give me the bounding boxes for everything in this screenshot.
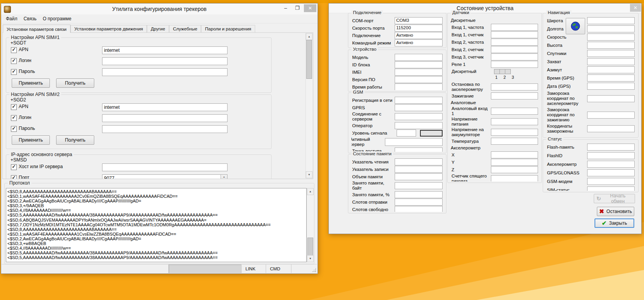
checkbox[interactable]: [11, 175, 17, 179]
start-exchange-button[interactable]: ↻ Начать обмен: [594, 194, 635, 203]
status-row: Уровень сигнала: [351, 130, 443, 137]
group-apn-sim2: Настройки APN SIM#2 +SGD2 APNinternetЛог…: [6, 94, 272, 149]
text-input[interactable]: [102, 125, 228, 133]
minimize-button[interactable]: –: [281, 4, 291, 12]
config-row: Пароль: [6, 125, 271, 136]
value-field: [587, 58, 635, 65]
tab-1[interactable]: Установки параметров движения: [71, 25, 147, 32]
get-button[interactable]: Получить: [56, 78, 94, 88]
status-row: GPS/GLONASS: [546, 169, 635, 176]
status-row: Время работы: [351, 83, 443, 90]
group-apn-sim1: Настройки APN SIM#1 +SGDT APNinternetЛог…: [6, 37, 272, 93]
protocol-log[interactable]: <$SD,8,AAAAAAAAAAAAAAAAAAAAAAAABAAAAAA==…: [6, 188, 307, 262]
value-field: [395, 191, 443, 198]
log-line: <$SD,5,AAAAAAAAAAD/fwAAAAAAAAAA/38AAAAAA…: [7, 255, 305, 260]
checkbox[interactable]: [11, 126, 17, 132]
group-navigation: Навигация ШиротаДолготаСкоростьВысотаСпу…: [543, 13, 639, 138]
scrollbar-thumb[interactable]: [306, 40, 312, 79]
field-label: Дискретный: [451, 69, 492, 74]
text-input[interactable]: 9077▲▼: [102, 174, 228, 179]
scrollbar-thumb[interactable]: [307, 238, 313, 256]
status-row: Захват: [546, 58, 635, 65]
scroll-up-icon[interactable]: ▲: [307, 188, 314, 195]
group-title: IP-адрес основного сервера: [9, 152, 74, 157]
status-row: GPRS: [351, 104, 443, 111]
value-field: [587, 125, 635, 132]
at-command-label: +SGDT: [11, 40, 26, 46]
apply-button[interactable]: Применить: [12, 78, 50, 88]
menu-item-file[interactable]: Файл: [3, 15, 21, 23]
checkbox[interactable]: [11, 104, 17, 110]
status-row: Скорость порта115200: [351, 25, 443, 32]
text-input[interactable]: [102, 163, 228, 171]
log-line: <$SD,3,+/9AAQEB: [7, 203, 305, 208]
at-command-label: +SMSD: [11, 157, 27, 163]
text-input[interactable]: internet: [102, 103, 228, 111]
value-field: [395, 166, 443, 173]
tab-4[interactable]: Пароли и разрешения: [201, 25, 255, 32]
value-field: [587, 83, 635, 90]
apply-button[interactable]: Применить: [12, 135, 50, 145]
log-line: <$SD,1,wAASAF4EAAAAAAAAAAA1CvsElwZZBA8BS…: [7, 232, 305, 236]
title-bar[interactable]: Утилита конфигурирования трекеров – ❐ ✕: [1, 4, 318, 15]
row-label: Логин: [19, 58, 31, 63]
value-field: [395, 147, 443, 152]
menu-item-about[interactable]: О программе: [40, 15, 74, 23]
field-value: [102, 115, 227, 115]
log-line: <$SD,8,AAAAAAAAAAAAAAAAAAAAAAAABAAAAAA==: [7, 227, 305, 232]
text-input[interactable]: internet: [102, 46, 228, 54]
value-field: [587, 169, 635, 176]
status-row: Вход 2, счетчик: [451, 46, 538, 53]
scroll-down-icon[interactable]: ▼: [306, 171, 312, 178]
status-row: Координаты заморожены: [546, 124, 635, 134]
value-field: [587, 42, 635, 49]
tab-page-scrollbar[interactable]: ▲ ▼: [305, 33, 312, 178]
group-memory-state: Состояние памяти Указатель чтенияУказате…: [348, 154, 446, 213]
checkbox[interactable]: [11, 164, 17, 170]
status-row: Занято памяти, байт: [351, 181, 443, 191]
checkbox[interactable]: [11, 69, 17, 75]
field-label: SIM-статус: [546, 188, 587, 191]
checkbox[interactable]: [11, 47, 17, 53]
value-field: [395, 158, 443, 165]
field-label: Вход 1, частота: [451, 25, 491, 30]
tab-0[interactable]: Установки параметров связи: [3, 25, 71, 33]
menu-item-link[interactable]: Связь: [21, 15, 40, 23]
maximize-button[interactable]: ❐: [292, 4, 302, 12]
group-title: Навигация: [546, 10, 572, 15]
scroll-down-icon[interactable]: ▼: [307, 255, 314, 262]
field-label: Спутники: [546, 51, 587, 56]
status-row: Заморозка координат по зажиганию: [546, 107, 635, 122]
group-connection: Подключение COM-портCOM3Скорость порта11…: [348, 13, 446, 48]
close-icon[interactable]: ✕: [630, 4, 641, 12]
status-row: Азимут: [546, 66, 635, 73]
status-row: ID блока: [351, 61, 443, 68]
text-input[interactable]: [102, 57, 228, 65]
status-row: Зажигание: [451, 92, 538, 99]
close-icon[interactable]: ✕: [304, 4, 316, 12]
value-field: [587, 95, 635, 102]
value-field: [587, 34, 635, 41]
text-input[interactable]: [102, 114, 228, 122]
text-input[interactable]: [102, 68, 228, 76]
field-label: Скорость порта: [351, 26, 395, 31]
button-label: Начать обмен: [603, 193, 632, 204]
checkbox[interactable]: [11, 115, 17, 121]
field-value: [102, 164, 227, 165]
get-button[interactable]: Получить: [56, 135, 94, 145]
tab-3[interactable]: Служебные: [169, 25, 201, 32]
close-dialog-button[interactable]: ✔ Закрыть: [595, 218, 634, 228]
field-label: Дата (GPS): [546, 84, 587, 89]
value-field: [587, 50, 635, 57]
tab-2[interactable]: Другие: [147, 25, 169, 32]
field-label: Уровень сигнала: [351, 131, 397, 136]
protocol-scrollbar[interactable]: ▲ ▼: [307, 188, 314, 262]
status-panel-empty: [2, 264, 169, 273]
value-field: [491, 175, 538, 181]
stop-button[interactable]: ✖ Остановить: [597, 207, 634, 216]
checkbox[interactable]: [11, 58, 17, 64]
scroll-up-icon[interactable]: ▲: [306, 33, 312, 40]
spinner[interactable]: ▲▼: [221, 175, 227, 179]
device-status-window: Состояние устройства ✕ Подключение COM-п…: [328, 3, 642, 234]
field-label: GSM-модем: [546, 179, 587, 184]
